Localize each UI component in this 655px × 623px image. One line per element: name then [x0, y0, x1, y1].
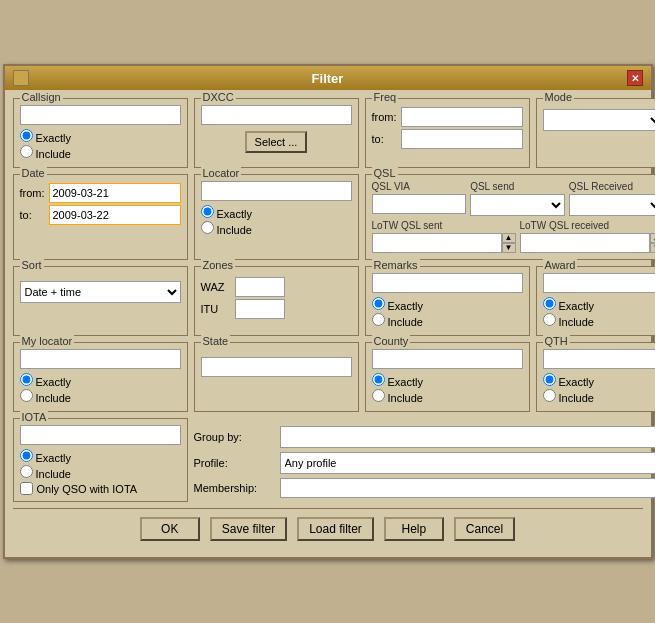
- qsl-send-col: QSL send: [470, 181, 565, 216]
- qth-input[interactable]: [543, 349, 656, 369]
- profile-label: Profile:: [194, 457, 274, 469]
- itu-label: ITU: [201, 303, 231, 315]
- qsl-received-col: QSL Received: [569, 181, 655, 216]
- itu-input[interactable]: [235, 299, 285, 319]
- zones-label: Zones: [201, 259, 236, 271]
- qsl-received-select[interactable]: [569, 194, 655, 216]
- qsl-label: QSL: [372, 167, 398, 179]
- sort-select[interactable]: Date + time Callsign Frequency Mode: [20, 281, 181, 303]
- award-exactly-radio[interactable]: [543, 297, 556, 310]
- mylocator-exactly-label[interactable]: Exactly: [20, 373, 181, 388]
- callsign-input[interactable]: [20, 105, 181, 125]
- close-button[interactable]: ✕: [627, 70, 643, 86]
- award-exactly-label[interactable]: Exactly: [543, 297, 656, 312]
- mylocator-include-label[interactable]: Include: [20, 389, 181, 404]
- lotw-sent-spinner: ▲ ▼: [372, 233, 516, 253]
- dxcc-input[interactable]: [201, 105, 352, 125]
- groupby-select[interactable]: Callsign Date Mode Band: [280, 426, 656, 448]
- save-filter-button[interactable]: Save filter: [210, 517, 287, 541]
- membership-label: Membership:: [194, 482, 274, 494]
- remarks-exactly-radio[interactable]: [372, 297, 385, 310]
- date-from-input[interactable]: [49, 183, 181, 203]
- qth-include-label[interactable]: Include: [543, 389, 656, 404]
- mylocator-panel: My locator Exactly Include: [13, 342, 188, 412]
- callsign-panel: Callsign Exactly Include: [13, 98, 188, 168]
- lotw-received-down[interactable]: ▼: [650, 243, 656, 253]
- lotw-sent-up[interactable]: ▲: [502, 233, 516, 243]
- mylocator-input[interactable]: [20, 349, 181, 369]
- help-button[interactable]: Help: [384, 517, 444, 541]
- county-input[interactable]: [372, 349, 523, 369]
- lotw-received-label: LoTW QSL received: [520, 220, 656, 231]
- mode-select[interactable]: SSB CW FM: [543, 109, 656, 131]
- locator-radio-group: Exactly Include: [201, 205, 352, 236]
- freq-to-label: to:: [372, 133, 397, 145]
- date-label: Date: [20, 167, 47, 179]
- county-include-radio[interactable]: [372, 389, 385, 402]
- locator-input[interactable]: [201, 181, 352, 201]
- qsl-via-col: QSL VIA: [372, 181, 467, 214]
- iota-panel: IOTA Exactly Include Only QSO with IOTA: [13, 418, 188, 502]
- lotw-received-up[interactable]: ▲: [650, 233, 656, 243]
- mylocator-include-radio[interactable]: [20, 389, 33, 402]
- qth-label: QTH: [543, 335, 570, 347]
- iota-exactly-label[interactable]: Exactly: [20, 449, 181, 464]
- membership-input[interactable]: [280, 478, 656, 498]
- state-input[interactable]: [201, 357, 352, 377]
- state-panel: State: [194, 342, 359, 412]
- remarks-include-radio[interactable]: [372, 313, 385, 326]
- iota-exactly-radio[interactable]: [20, 449, 33, 462]
- callsign-label: Callsign: [20, 91, 63, 103]
- dxcc-select-button[interactable]: Select ...: [245, 131, 308, 153]
- callsign-exactly-radio[interactable]: [20, 129, 33, 142]
- locator-include-label[interactable]: Include: [201, 221, 352, 236]
- freq-to-input[interactable]: [401, 129, 523, 149]
- iota-only-qso-row: Only QSO with IOTA: [20, 482, 181, 495]
- profile-select[interactable]: Any profile Default: [280, 452, 656, 474]
- qth-exactly-label[interactable]: Exactly: [543, 373, 656, 388]
- iota-include-radio[interactable]: [20, 465, 33, 478]
- lotw-sent-col: LoTW QSL sent ▲ ▼: [372, 220, 516, 253]
- qth-include-radio[interactable]: [543, 389, 556, 402]
- county-exactly-label[interactable]: Exactly: [372, 373, 523, 388]
- iota-only-qso-label: Only QSO with IOTA: [37, 483, 138, 495]
- qth-exactly-radio[interactable]: [543, 373, 556, 386]
- zones-panel: Zones WAZ ITU: [194, 266, 359, 336]
- iota-only-qso-checkbox[interactable]: [20, 482, 33, 495]
- iota-input[interactable]: [20, 425, 181, 445]
- dxcc-inner: Select ...: [201, 105, 352, 153]
- locator-include-radio[interactable]: [201, 221, 214, 234]
- waz-input[interactable]: [235, 277, 285, 297]
- county-include-label[interactable]: Include: [372, 389, 523, 404]
- award-include-radio[interactable]: [543, 313, 556, 326]
- locator-exactly-label[interactable]: Exactly: [201, 205, 352, 220]
- remarks-include-label[interactable]: Include: [372, 313, 523, 328]
- lotw-sent-input[interactable]: [372, 233, 502, 253]
- county-exactly-radio[interactable]: [372, 373, 385, 386]
- callsign-exactly-label[interactable]: Exactly: [20, 129, 181, 144]
- lotw-sent-down[interactable]: ▼: [502, 243, 516, 253]
- date-to-input[interactable]: [49, 205, 181, 225]
- award-include-label[interactable]: Include: [543, 313, 656, 328]
- locator-exactly-radio[interactable]: [201, 205, 214, 218]
- award-radio-group: Exactly Include: [543, 297, 656, 328]
- load-filter-button[interactable]: Load filter: [297, 517, 374, 541]
- callsign-include-label[interactable]: Include: [20, 145, 181, 160]
- remarks-exactly-label[interactable]: Exactly: [372, 297, 523, 312]
- cancel-button[interactable]: Cancel: [454, 517, 515, 541]
- iota-label: IOTA: [20, 411, 49, 423]
- mylocator-exactly-radio[interactable]: [20, 373, 33, 386]
- ok-button[interactable]: OK: [140, 517, 200, 541]
- remarks-input[interactable]: [372, 273, 523, 293]
- qsl-panel: QSL QSL VIA QSL send QSL Received: [365, 174, 656, 260]
- qsl-send-select[interactable]: [470, 194, 565, 216]
- iota-include-label[interactable]: Include: [20, 465, 181, 480]
- qsl-via-input[interactable]: [372, 194, 467, 214]
- freq-from-input[interactable]: [401, 107, 523, 127]
- waz-label: WAZ: [201, 281, 231, 293]
- titlebar: Filter ✕: [5, 66, 651, 90]
- lotw-received-input[interactable]: [520, 233, 650, 253]
- callsign-include-radio[interactable]: [20, 145, 33, 158]
- award-input[interactable]: [543, 273, 656, 293]
- membership-row: Membership: ▲ ▼: [194, 478, 656, 498]
